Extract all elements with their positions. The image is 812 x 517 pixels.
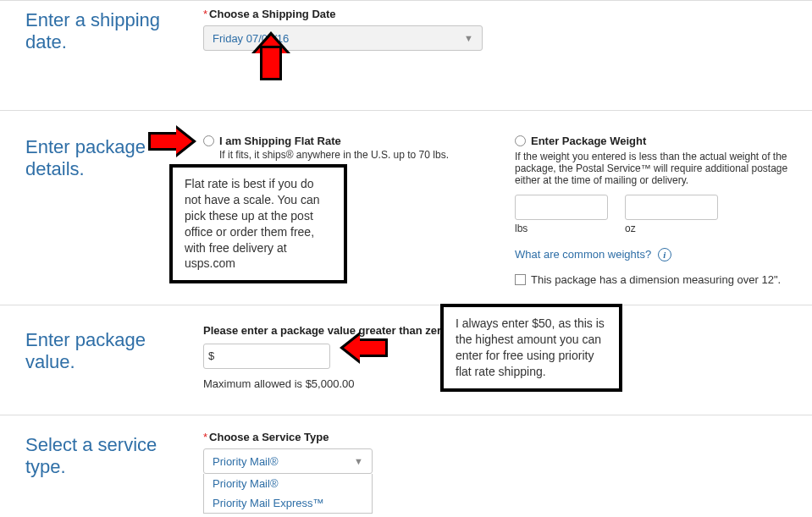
chevron-down-icon: ▼ — [464, 33, 473, 43]
service-type-dropdown[interactable]: Priority Mail® ▼ — [203, 448, 373, 474]
service-option-priority-mail-express[interactable]: Priority Mail Express™ — [204, 493, 372, 513]
section-title-package-value: Enter package value. — [25, 329, 186, 374]
weight-lbs-input[interactable] — [515, 195, 608, 220]
weight-radio[interactable] — [515, 135, 526, 146]
chevron-down-icon: ▼ — [354, 456, 363, 466]
section-title-service-type: Select a service type. — [25, 434, 186, 479]
annotation-value-note: I always enter $50, as this is the highe… — [440, 304, 622, 392]
weight-subtext: If the weight you entered is less than t… — [515, 151, 803, 186]
annotation-flat-rate-note: Flat rate is best if you do not have a s… — [169, 164, 347, 283]
currency-symbol: $ — [208, 349, 214, 362]
weight-group: Enter Package Weight If the weight you e… — [515, 135, 803, 286]
shipping-date-label: *Choose a Shipping Date — [203, 8, 787, 20]
shipping-date-dropdown[interactable]: Friday 07/08/16 ▼ — [203, 25, 483, 51]
section-package-value: Enter package value. Please enter a pack… — [0, 305, 812, 415]
flat-rate-radio[interactable] — [203, 135, 214, 146]
flat-rate-group: I am Shipping Flat Rate If it fits, it s… — [203, 135, 457, 161]
package-value-input[interactable] — [203, 344, 330, 369]
section-title-shipping-date: Enter a shipping date. — [25, 9, 186, 54]
lbs-unit-label: lbs — [515, 223, 608, 234]
service-type-value: Priority Mail® — [213, 455, 278, 468]
flat-rate-label: I am Shipping Flat Rate — [219, 135, 449, 147]
common-weights-link[interactable]: What are common weights? — [515, 248, 651, 261]
service-type-options: Priority Mail® Priority Mail Express™ — [203, 474, 373, 514]
weight-oz-input[interactable] — [625, 195, 718, 220]
weight-label: Enter Package Weight — [531, 135, 646, 147]
section-shipping-date: Enter a shipping date. *Choose a Shippin… — [0, 0, 812, 110]
annotation-arrow-up — [254, 33, 288, 80]
service-option-priority-mail[interactable]: Priority Mail® — [204, 474, 372, 493]
flat-rate-subtext: If it fits, it ships® anywhere in the U.… — [219, 149, 449, 161]
service-type-label: *Choose a Service Type — [203, 431, 787, 443]
over-12-label: This package has a dimension measuring o… — [531, 273, 781, 286]
section-service-type: Select a service type. *Choose a Service… — [0, 415, 812, 517]
oz-unit-label: oz — [625, 223, 718, 234]
annotation-arrow-left — [339, 333, 385, 363]
info-icon[interactable]: i — [658, 248, 671, 261]
section-package-details: Enter package details. I am Shipping Fla… — [0, 110, 812, 305]
over-12-checkbox[interactable] — [515, 274, 526, 285]
annotation-arrow-right — [151, 126, 197, 157]
